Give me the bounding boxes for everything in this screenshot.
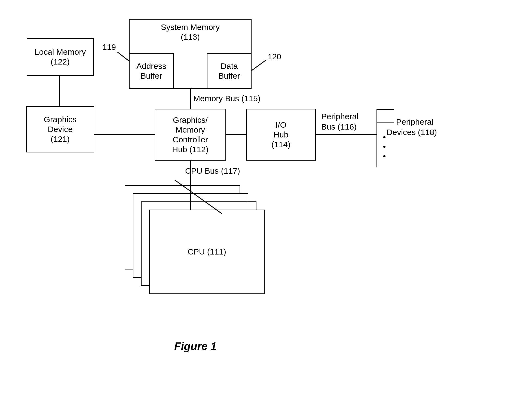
figure-caption: Figure 1 xyxy=(174,340,217,352)
leader-119 xyxy=(117,52,133,65)
box-address-buffer: Address Buffer xyxy=(129,53,174,89)
text: (121) xyxy=(51,134,70,144)
text: (122) xyxy=(51,57,70,67)
text: (113) xyxy=(181,32,200,42)
dot-1 xyxy=(383,136,385,138)
text: Graphics xyxy=(44,115,76,124)
label-cpu-bus: CPU Bus (117) xyxy=(185,166,240,176)
label-peripheral-bus-l1: Peripheral xyxy=(321,112,359,121)
label-peripheral-devices-l2: Devices (118) xyxy=(387,127,437,137)
label-memory-bus: Memory Bus (115) xyxy=(193,94,261,103)
leader-120 xyxy=(251,60,268,73)
box-data-buffer: Data Buffer xyxy=(207,53,252,89)
peripheral-stub-1 xyxy=(377,109,394,110)
text: Hub (112) xyxy=(172,145,208,154)
text: Data xyxy=(221,61,238,71)
connector-gmch-sysmem xyxy=(190,89,191,109)
connector-iohub-peripheral xyxy=(316,134,377,135)
connector-gfxdev-gmch xyxy=(94,134,155,135)
text: Memory xyxy=(176,125,205,135)
dot-3 xyxy=(383,155,385,157)
svg-line-2 xyxy=(174,180,222,214)
label-peripheral-devices-l1: Peripheral xyxy=(396,117,433,127)
box-cpu: CPU (111) xyxy=(149,210,265,294)
text: CPU (111) xyxy=(188,247,226,257)
connector-localmem-gfxdev xyxy=(59,76,60,107)
label-ref-120: 120 xyxy=(268,52,281,62)
dot-2 xyxy=(383,146,385,148)
text: Local Memory xyxy=(35,47,86,57)
svg-line-0 xyxy=(117,52,129,61)
text: (114) xyxy=(271,140,290,149)
connector-gmch-iohub xyxy=(226,134,247,135)
text: Graphics/ xyxy=(173,115,208,125)
box-graphics-device: Graphics Device (121) xyxy=(26,106,94,152)
label-ref-119: 119 xyxy=(102,42,116,52)
text: Controller xyxy=(173,135,208,145)
box-gmch: Graphics/ Memory Controller Hub (112) xyxy=(155,109,226,161)
box-local-memory: Local Memory (122) xyxy=(27,38,94,76)
cpu-bus-slash xyxy=(174,180,223,215)
svg-line-1 xyxy=(251,60,266,71)
text: Buffer xyxy=(140,71,162,81)
text: I/O xyxy=(276,120,286,130)
peripheral-stub-2 xyxy=(377,122,394,123)
text: Address xyxy=(136,61,166,71)
text: Device xyxy=(48,124,73,134)
text: Buffer xyxy=(218,71,240,81)
text: System Memory xyxy=(161,22,220,32)
diagram-canvas: Local Memory (122) Graphics Device (121)… xyxy=(0,0,505,420)
text: Hub xyxy=(273,130,288,140)
box-io-hub: I/O Hub (114) xyxy=(246,109,316,161)
peripheral-vertical xyxy=(377,109,377,167)
label-peripheral-bus-l2: Bus (116) xyxy=(321,122,357,132)
